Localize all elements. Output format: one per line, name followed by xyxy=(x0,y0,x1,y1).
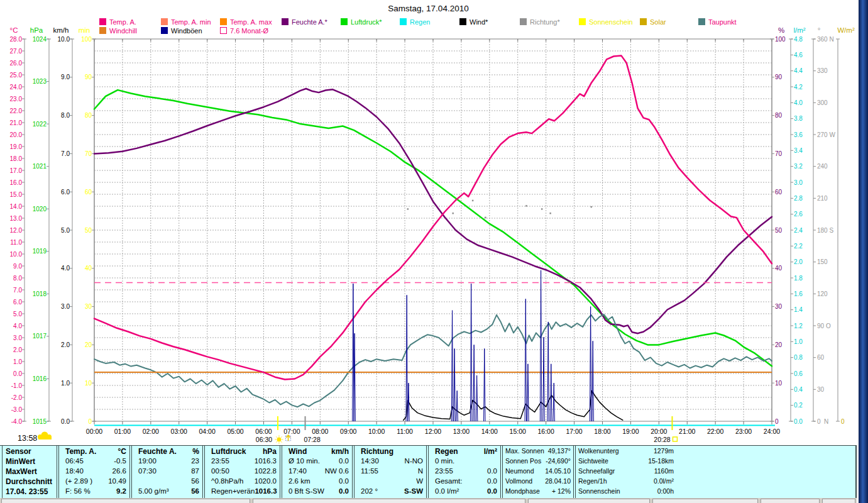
pct-tick-label: 100 xyxy=(775,36,786,43)
lm2-tick-label: 4.6 xyxy=(794,52,803,58)
pct-tick-label: 20 xyxy=(775,341,783,348)
table-cell: 23:551016.3 xyxy=(205,457,280,467)
cell-sub: 06:45 xyxy=(65,457,84,467)
c-tick-label: -4.0 xyxy=(11,418,23,425)
cell-value: 0.0 xyxy=(339,477,349,487)
row-label: 17.04. 23:55 xyxy=(6,487,48,497)
table-header-cell: Windkm/h xyxy=(282,447,352,456)
hpa-tick-label: 1015 xyxy=(33,418,47,425)
column-unit: km/h xyxy=(328,447,349,456)
pct-tick-label: 30 xyxy=(775,303,783,310)
c-tick-label: 14.0 xyxy=(10,203,23,210)
lm2-tick-label: 3.6 xyxy=(794,131,803,138)
table-column-5: Richtung14:30N-NO11:55NW202 °S-SW xyxy=(354,446,427,499)
c-tick-label: -2.0 xyxy=(11,394,23,401)
table-cell: Gesamt:0.0 xyxy=(429,477,500,487)
richtung-dot xyxy=(541,208,543,210)
status-bar-segment xyxy=(1,499,250,503)
c-tick-label: -3.0 xyxy=(11,406,23,413)
info-label: Schneefallgr xyxy=(578,467,615,477)
table-column-6: Regenl/m²0 min.23:550.0Gesamt:0.00.0 l/m… xyxy=(428,446,501,499)
x-axis-label: 07:00 xyxy=(283,428,300,435)
c-tick-label: 17.0 xyxy=(10,167,23,174)
row-label: Durchschnitt xyxy=(6,477,52,487)
x-axis-label: 05:00 xyxy=(227,428,243,435)
cell-sub: 0 min. xyxy=(435,457,454,467)
richtung-dot xyxy=(472,200,474,202)
table-cell: 14:30N-NO xyxy=(354,457,426,467)
axis-unit-c: °C xyxy=(10,26,18,34)
cell-sub: (+ 2.89 ) xyxy=(65,477,92,487)
c-tick-label: 19.0 xyxy=(10,143,23,150)
cell-sub: Gesamt: xyxy=(435,477,462,487)
c-tick-label: 7.0 xyxy=(13,287,22,294)
info-value: 0:00h xyxy=(657,487,674,497)
minu-tick-label: 20 xyxy=(85,341,92,348)
lm2-tick-label: 0.8 xyxy=(794,354,803,361)
column-unit xyxy=(420,447,423,456)
table-cell: 23:550.0 xyxy=(429,467,500,477)
deg-tick-label: 210 xyxy=(817,195,828,202)
table-cell: 0.0 l/m²0.0 xyxy=(429,487,500,497)
kmh-tick-label: 9.0 xyxy=(61,74,70,80)
cell-value: 0.0 xyxy=(487,477,497,487)
lm2-tick-label: 4.8 xyxy=(794,36,803,43)
axis-unit-hpa: hPa xyxy=(30,26,43,34)
table-info-cell: Max. Sonnen49,137° xyxy=(503,447,573,456)
kmh-tick-label: 0.0 xyxy=(61,418,70,425)
x-axis-label: 23:00 xyxy=(735,428,752,435)
richtung-dot xyxy=(591,206,593,208)
c-tick-label: 23.0 xyxy=(10,96,23,102)
c-tick-label: 12.0 xyxy=(10,227,23,234)
table-cell: 17:40NW 0.6 xyxy=(282,467,352,477)
info-value: + 12% xyxy=(552,487,571,497)
axis-unit-kmh: km/h xyxy=(53,26,69,34)
x-axis-label: 10:00 xyxy=(368,428,385,435)
deg-tick-label: 360 N xyxy=(817,36,834,43)
c-tick-label: 28.0 xyxy=(10,36,23,43)
axis-unit-wm2: W/m² xyxy=(837,26,855,34)
lm2-tick-label: 1.6 xyxy=(794,290,803,297)
deg-tick-label: 330 xyxy=(817,67,828,74)
lm2-tick-label: 4.4 xyxy=(794,67,803,74)
minu-tick-label: 0 xyxy=(88,418,92,425)
weather-chart: -4.0-3.0-2.0-1.00.01.02.03.04.05.06.07.0… xyxy=(0,0,868,503)
hpa-tick-label: 1019 xyxy=(33,248,47,255)
c-tick-label: 24.0 xyxy=(10,84,23,91)
c-tick-label: 18.0 xyxy=(10,155,23,162)
richtung-dot xyxy=(407,208,409,210)
hpa-tick-label: 1016 xyxy=(33,375,47,382)
c-tick-label: 26.0 xyxy=(10,60,23,67)
lm2-tick-label: 1.4 xyxy=(794,306,803,313)
x-axis-label: 11:00 xyxy=(397,428,413,435)
cell-value: -0.5 xyxy=(114,457,126,467)
table-column-3: LuftdruckhPa23:551016.300:501022.8^0.8hP… xyxy=(204,446,280,499)
info-value: 15-18km xyxy=(648,457,674,467)
deg-tick-label: 270 W xyxy=(817,131,835,138)
table-cell: F: 56 %9.2 xyxy=(59,487,129,497)
table-cell: 19:0023 xyxy=(132,457,202,467)
minu-tick-label: 50 xyxy=(85,227,92,234)
cell-value: W xyxy=(416,477,423,487)
c-tick-label: 5.0 xyxy=(13,311,22,318)
table-cell: (+ 2.89 )10.49 xyxy=(59,477,129,487)
hpa-tick-label: 1018 xyxy=(33,290,47,297)
x-axis-label: 22:00 xyxy=(707,428,723,435)
x-axis-label: 24:00 xyxy=(764,428,780,435)
cell-value: 9.2 xyxy=(116,487,126,497)
status-bar-segment xyxy=(652,499,758,503)
wm2-tick-label: 0 xyxy=(841,418,845,425)
kmh-tick-label: 10.0 xyxy=(58,36,70,43)
cell-sub: 5.00 g/m³ xyxy=(138,487,169,497)
column-header: Feuchte A. xyxy=(135,447,177,456)
row-label: MaxWert xyxy=(6,467,37,477)
minu-tick-label: 40 xyxy=(85,265,92,272)
table-cell: 06:45-0.5 xyxy=(59,457,129,467)
column-unit: % xyxy=(189,447,199,456)
lm2-tick-label: 1.8 xyxy=(794,275,803,282)
c-tick-label: 4.0 xyxy=(13,323,22,329)
table-header-cell: LuftdruckhPa xyxy=(205,447,280,456)
column-header: Richtung xyxy=(358,447,393,456)
table-info-cell: Neumond14.05.10 xyxy=(503,467,573,477)
cell-value: 0.0 xyxy=(339,457,349,467)
